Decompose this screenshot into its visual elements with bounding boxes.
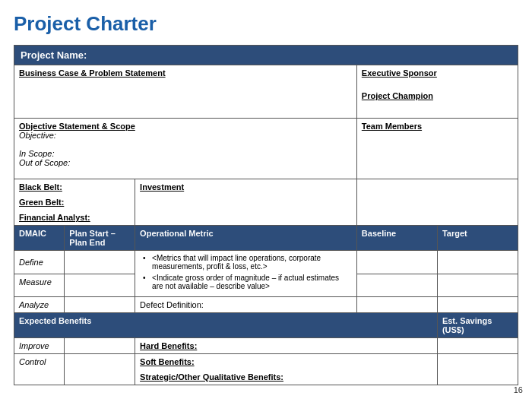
roles-row: Black Belt: Green Belt: Financial Analys… [14,179,518,226]
project-name-row: Project Name: [14,46,518,65]
project-name-cell: Project Name: [14,46,518,65]
business-case-cell: Business Case & Problem Statement [14,65,357,119]
hard-benefits-cell: Hard Benefits: [135,338,438,354]
objective-label: Objective Statement & Scope [19,122,352,131]
analyze-row: Analyze Defect Definition: [14,297,518,313]
metric-bullet-2: <Indicate gross order of magnitude – if … [143,274,352,290]
define-measure-row: Define <Metrics that will impact line op… [14,251,518,274]
executive-sponsor-label: Executive Sponsor [362,68,513,78]
project-champion-label: Project Champion [362,91,513,100]
team-members-cell: Team Members [356,119,518,179]
measure-baseline-cell [356,274,437,297]
control-dates-cell [65,354,135,385]
page-title: Project Charter [14,12,518,36]
in-scope-text: In Scope: [19,149,352,158]
target-col-header: Target [437,226,518,251]
roles-cell: Black Belt: Green Belt: Financial Analys… [14,179,135,226]
est-savings-cell: Est. Savings (US$) [437,313,518,338]
green-belt-label: Green Belt: [19,198,130,207]
defect-definition-label: Defect Definition: [140,300,204,309]
page-number: 16 [514,385,523,394]
strategic-benefits-label: Strategic/Other Qualitative Benefits: [140,372,432,382]
metric-bullet-1: <Metrics that will impact line operation… [143,254,352,271]
out-of-scope-text: Out of Scope: [19,158,352,167]
hard-benefits-label: Hard Benefits: [140,341,432,350]
team-members-label: Team Members [362,122,513,131]
improve-row: Improve Hard Benefits: [14,338,518,354]
defect-definition-cell: Defect Definition: [135,297,357,313]
objective-text: Objective: [19,131,352,140]
objective-row: Objective Statement & Scope Objective: I… [14,119,518,179]
measure-target-cell [437,274,518,297]
plan-dates-col-header: Plan Start – Plan End [65,226,135,251]
metrics-bullets-cell: <Metrics that will impact line operation… [135,251,357,297]
financial-analyst-label: Financial Analyst: [19,213,130,222]
improve-cell: Improve [14,338,65,354]
dmaic-col-header: DMAIC [14,226,65,251]
objective-cell: Objective Statement & Scope Objective: I… [14,119,357,179]
define-target-cell [437,251,518,274]
control-savings-cell [437,354,518,385]
operational-metric-col-header: Operational Metric [135,226,357,251]
define-dates-cell [65,251,135,274]
define-cell: Define [14,251,65,274]
dmaic-header-row: DMAIC Plan Start – Plan End Operational … [14,226,518,251]
team-members-cont-cell [356,179,518,226]
baseline-col-header: Baseline [356,226,437,251]
expected-benefits-cell: Expected Benefits [14,313,438,338]
analyze-baseline-cell [356,297,437,313]
executive-sponsor-cell: Executive Sponsor Project Champion [356,65,518,119]
metrics-list: <Metrics that will impact line operation… [140,254,352,290]
analyze-dates-cell [65,297,135,313]
business-case-row: Business Case & Problem Statement Execut… [14,65,518,119]
improve-savings-cell [437,338,518,354]
investment-label: Investment [140,182,352,192]
analyze-cell: Analyze [14,297,65,313]
control-cell: Control [14,354,65,385]
soft-strategic-benefits-cell: Soft Benefits: Strategic/Other Qualitati… [135,354,438,385]
black-belt-label: Black Belt: [19,182,130,192]
charter-table: Project Name: Business Case & Problem St… [14,45,518,385]
improve-dates-cell [65,338,135,354]
business-case-header: Business Case & Problem Statement [19,68,352,78]
analyze-target-cell [437,297,518,313]
measure-cell: Measure [14,274,65,297]
define-baseline-cell [356,251,437,274]
expected-benefits-row: Expected Benefits Est. Savings (US$) [14,313,518,338]
control-row: Control Soft Benefits: Strategic/Other Q… [14,354,518,385]
soft-benefits-label: Soft Benefits: [140,357,432,366]
investment-cell: Investment [135,179,357,226]
project-name-label: Project Name: [21,49,87,61]
measure-dates-cell [65,274,135,297]
